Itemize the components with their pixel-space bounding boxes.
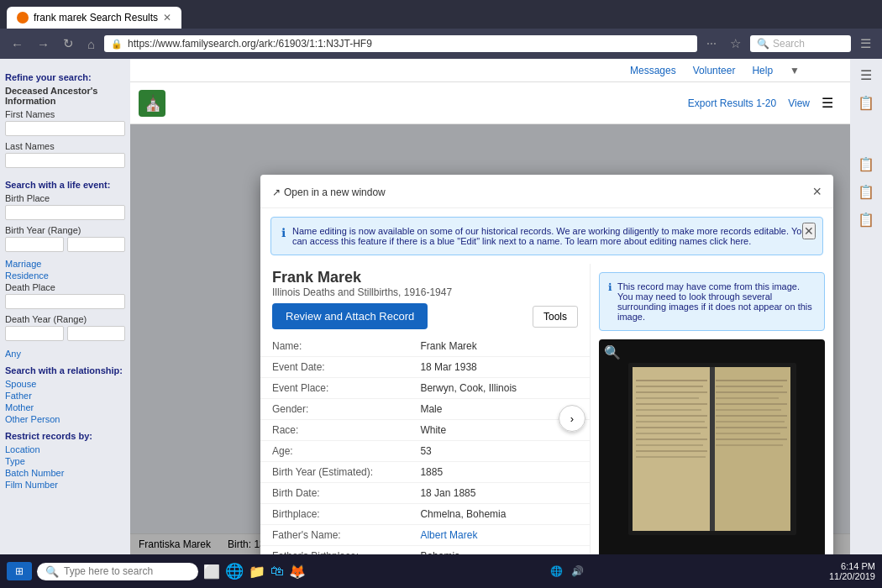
table-row: Father's Name:Albert Marek xyxy=(260,525,590,546)
start-button[interactable]: ⊞ xyxy=(7,562,32,580)
svg-rect-12 xyxy=(636,415,707,417)
any-link[interactable]: Any xyxy=(5,349,125,359)
svg-rect-28 xyxy=(716,427,787,428)
svg-rect-29 xyxy=(716,433,780,434)
svg-rect-25 xyxy=(716,409,781,411)
death-place-input[interactable]: illinois xyxy=(5,294,125,309)
tab-bar: frank marek Search Results ✕ xyxy=(0,0,882,29)
svg-rect-6 xyxy=(636,380,707,381)
sidebar-item-spouse[interactable]: Spouse xyxy=(5,379,125,389)
svg-rect-31 xyxy=(716,444,783,446)
svg-rect-8 xyxy=(636,391,707,393)
next-arrow-button[interactable]: › xyxy=(559,405,585,432)
taskbar-browser-button[interactable]: 🌐 xyxy=(225,562,244,580)
search-icon: 🔍 xyxy=(757,38,769,50)
help-link[interactable]: Help xyxy=(752,65,773,76)
image-info-text: This record may have come from this imag… xyxy=(617,281,816,322)
reload-button[interactable]: ↻ xyxy=(59,34,78,53)
sidebar-icon-3[interactable]: 📋 xyxy=(858,156,874,172)
sidebar-item-mother[interactable]: Mother xyxy=(5,402,125,412)
svg-rect-9 xyxy=(636,397,699,399)
sidebar-icon-4[interactable]: 📋 xyxy=(858,184,874,200)
active-tab[interactable]: frank marek Search Results ✕ xyxy=(7,7,181,29)
image-info-box: ℹ This record may have come from this im… xyxy=(599,272,825,331)
view-label[interactable]: View xyxy=(788,97,810,109)
death-year-to[interactable]: 1938 xyxy=(67,326,126,341)
death-year-from[interactable]: 1938 xyxy=(5,326,64,341)
back-button[interactable]: ← xyxy=(7,35,28,53)
taskbar-system-icons: 🌐 🔊 xyxy=(543,565,591,577)
messages-link[interactable]: Messages xyxy=(630,65,676,76)
sidebar-item-type[interactable]: Type xyxy=(5,456,125,466)
sidebar-item-other-person[interactable]: Other Person xyxy=(5,414,125,424)
table-row: Birth Year (Estimated):1885 xyxy=(260,462,590,483)
table-row: Father's Birthplace:Bohemia xyxy=(260,546,590,555)
sidebar-item-location[interactable]: Location xyxy=(5,444,125,454)
taskbar-firefox-button[interactable]: 🦊 xyxy=(289,564,306,580)
first-names-input[interactable]: frank xyxy=(5,121,125,136)
taskbar-search-icon: 🔍 xyxy=(45,565,59,578)
bookmark-button[interactable]: ☆ xyxy=(726,34,745,53)
page-content: Refine your search: Deceased Ancestor's … xyxy=(0,59,882,554)
sidebar-item-marriage[interactable]: Marriage xyxy=(5,259,125,269)
alert-box: ℹ Name editing is now available on some … xyxy=(270,217,823,255)
last-names-label: Last Names xyxy=(5,141,125,151)
birth-place-label: Birth Place xyxy=(5,193,125,203)
security-icon: 🔒 xyxy=(111,39,123,50)
external-link-icon: ↗ xyxy=(272,186,281,198)
sidebar-icon-5[interactable]: 📋 xyxy=(858,212,874,228)
table-row: Event Place:Berwyn, Cook, Illinois xyxy=(260,378,590,399)
taskbar-explorer-button[interactable]: 📁 xyxy=(249,564,265,580)
modal-body: Frank Marek Illinois Deaths and Stillbir… xyxy=(260,264,833,554)
taskbar-store-button[interactable]: 🛍 xyxy=(270,564,284,579)
birth-year-from[interactable]: From xyxy=(5,237,64,252)
birth-place-input[interactable]: bohemia xyxy=(5,205,125,220)
sidebar-item-film-number[interactable]: Film Number xyxy=(5,480,125,490)
tab-close-button[interactable]: ✕ xyxy=(163,12,171,24)
open-new-window-button[interactable]: ↗ Open in a new window xyxy=(272,186,386,198)
record-modal: ↗ Open in a new window × ℹ Name editing … xyxy=(260,175,833,554)
taskbar-search[interactable]: 🔍 xyxy=(37,563,198,580)
svg-rect-5 xyxy=(710,367,715,531)
tools-button[interactable]: Tools xyxy=(533,306,578,328)
zoom-icon[interactable]: 🔍 xyxy=(604,344,621,360)
svg-rect-23 xyxy=(716,397,779,399)
alert-close-button[interactable]: ✕ xyxy=(802,223,816,239)
home-button[interactable]: ⌂ xyxy=(83,35,99,53)
browser-search[interactable]: 🔍 Search xyxy=(750,35,851,52)
svg-rect-11 xyxy=(636,409,701,411)
export-results[interactable]: Export Results 1-20 xyxy=(688,97,776,109)
birth-year-to[interactable]: To xyxy=(67,237,126,252)
svg-rect-15 xyxy=(636,433,701,434)
taskbar-search-input[interactable] xyxy=(64,565,190,577)
sidebar-icon-1[interactable]: ☰ xyxy=(860,67,872,83)
extensions-button[interactable]: ⋯ xyxy=(702,36,721,51)
tab-title: frank marek Search Results xyxy=(34,12,158,24)
review-attach-button[interactable]: Review and Attach Record xyxy=(272,303,428,329)
svg-rect-22 xyxy=(716,391,787,393)
address-bar[interactable]: 🔒 https://www.familysearch.org/ark:/6190… xyxy=(104,35,697,52)
forward-button[interactable]: → xyxy=(33,35,54,53)
sidebar-item-batch-number[interactable]: Batch Number xyxy=(5,468,125,478)
main-content: Messages Volunteer Help ▼ ⛪ Export Resul… xyxy=(130,59,850,554)
sidebar-icon-2[interactable]: 📋 xyxy=(858,95,874,111)
modal-close-button[interactable]: × xyxy=(812,183,822,201)
svg-rect-21 xyxy=(716,386,783,387)
navigation-bar: ← → ↻ ⌂ 🔒 https://www.familysearch.org/a… xyxy=(0,29,882,59)
task-view-button[interactable]: ⬜ xyxy=(203,564,220,580)
svg-rect-20 xyxy=(716,380,787,381)
record-image xyxy=(599,339,825,554)
field-link[interactable]: Albert Marek xyxy=(420,529,477,541)
volunteer-link[interactable]: Volunteer xyxy=(693,65,736,76)
sidebar-item-father[interactable]: Father xyxy=(5,391,125,401)
sidebar-item-residence[interactable]: Residence xyxy=(5,270,125,281)
last-names-input[interactable]: marek xyxy=(5,153,125,168)
menu-button[interactable]: ☰ xyxy=(856,34,875,53)
taskbar: ⊞ 🔍 ⬜ 🌐 📁 🛍 🦊 🌐 🔊 6:14 PM 11/20/2019 xyxy=(0,554,882,588)
record-image-area[interactable]: 🔍 xyxy=(599,339,825,554)
site-logo: ⛪ xyxy=(139,90,165,117)
life-event-title: Search with a life event: xyxy=(5,180,125,190)
death-year-label: Death Year (Range) xyxy=(5,314,125,324)
svg-rect-17 xyxy=(636,444,703,446)
svg-rect-16 xyxy=(636,438,707,440)
